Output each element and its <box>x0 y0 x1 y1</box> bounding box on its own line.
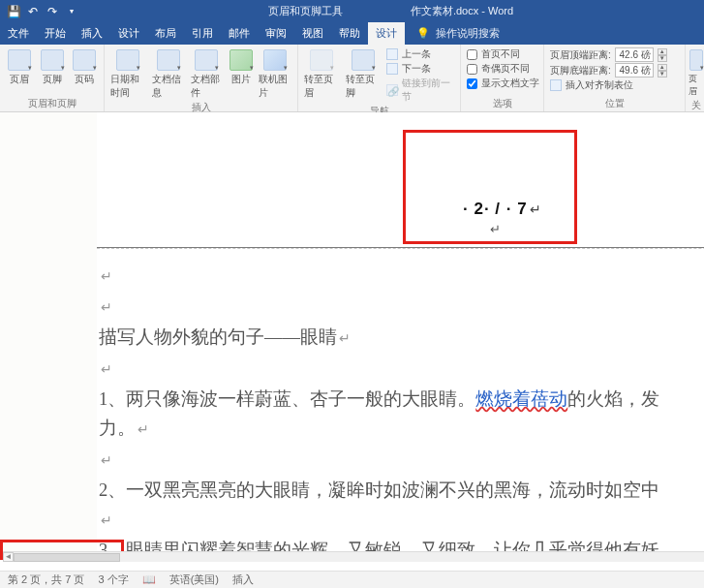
link-icon: 🔗 <box>386 84 398 96</box>
next-section-button[interactable]: 下一条 <box>386 62 454 76</box>
spin-down-icon[interactable]: ▼ <box>658 71 667 77</box>
return-mark-icon: ↵ <box>530 201 542 217</box>
ribbon: 页眉 页脚 页码 页眉和页脚 日期和时间 文档信息 文档部件 图片 联机图片 插… <box>0 45 704 112</box>
tab-insert[interactable]: 插入 <box>74 22 110 45</box>
tab-references[interactable]: 引用 <box>184 22 221 45</box>
tell-me-search[interactable]: 💡 操作说明搜索 <box>416 22 500 45</box>
page[interactable]: · 2· / · 7↵ ↵ ↵ ↵ 描写人物外貌的句子——眼睛↵ ↵ 1、两只像… <box>97 112 704 560</box>
spin-up-icon[interactable]: ▲ <box>658 48 667 55</box>
online-pictures-button[interactable]: 联机图片 <box>259 47 291 100</box>
group-navigation: 转至页眉 转至页脚 上一条 下一条 🔗链接到前一节 导航 <box>298 45 461 111</box>
group-position: 页眉顶端距离: 42.6 磅 ▲▼ 页脚底端距离: 49.6 磅 ▲▼ 插入对齐… <box>544 45 686 111</box>
different-first-page-checkbox[interactable]: 首页不同 <box>467 47 539 61</box>
ribbon-tabs: 文件 开始 插入 设计 布局 引用 邮件 审阅 视图 帮助 设计 💡 操作说明搜… <box>0 22 704 45</box>
page-indicator[interactable]: 第 2 页，共 7 页 <box>8 573 84 587</box>
document-info-button[interactable]: 文档信息 <box>152 47 185 100</box>
return-mark-icon: ↵ <box>101 300 112 315</box>
header-distance-label: 页眉顶端距离: <box>550 48 611 62</box>
show-document-text-checkbox[interactable]: 显示文档文字 <box>467 77 539 90</box>
undo-icon[interactable]: ↶ <box>27 6 39 17</box>
document-area[interactable]: · 2· / · 7↵ ↵ ↵ ↵ 描写人物外貌的句子——眼睛↵ ↵ 1、两只像… <box>0 112 704 560</box>
tab-file[interactable]: 文件 <box>0 22 37 45</box>
header-button[interactable]: 页眉 <box>6 47 33 96</box>
date-time-button[interactable]: 日期和时间 <box>110 47 146 100</box>
footer-button[interactable]: 页脚 <box>39 47 66 96</box>
group-insert: 日期和时间 文档信息 文档部件 图片 联机图片 插入 <box>105 45 298 111</box>
spin-up-icon[interactable]: ▲ <box>658 64 667 71</box>
title-bar: 💾 ↶ ↷ ▾ 页眉和页脚工具 作文素材.docx - Word <box>0 0 704 22</box>
document-body[interactable]: ↵ ↵ 描写人物外貌的句子——眼睛↵ ↵ 1、两只像海波一样蔚蓝、杏子一般的大眼… <box>97 248 704 560</box>
redo-icon[interactable]: ↷ <box>46 6 58 17</box>
language-indicator[interactable]: 英语(美国) <box>169 573 219 587</box>
return-mark-icon: ↵ <box>101 513 112 528</box>
return-mark-icon: ↵ <box>101 453 112 468</box>
paragraph[interactable]: 力。↵ <box>99 414 704 445</box>
tab-help[interactable]: 帮助 <box>331 22 368 45</box>
goto-footer-button[interactable]: 转至页脚 <box>346 47 382 104</box>
group-close: 页眉 关 <box>686 45 703 111</box>
tab-home[interactable]: 开始 <box>37 22 74 45</box>
page-break-indicator <box>97 248 704 249</box>
quick-parts-button[interactable]: 文档部件 <box>191 47 224 100</box>
horizontal-scrollbar[interactable]: ◄ <box>3 551 704 562</box>
spin-down-icon[interactable]: ▼ <box>658 55 667 62</box>
status-bar: 第 2 页，共 7 页 3 个字 📖 英语(美国) 插入 <box>0 571 704 588</box>
scroll-thumb[interactable] <box>14 553 120 562</box>
group-label: 关 <box>689 98 703 112</box>
return-mark-icon: ↵ <box>490 222 501 236</box>
paragraph[interactable]: 描写人物外貌的句子——眼睛↵ <box>99 323 704 354</box>
footer-from-bottom[interactable]: 页脚底端距离: 49.6 磅 ▲▼ <box>550 63 667 77</box>
return-mark-icon: ↵ <box>101 362 112 377</box>
group-header-footer: 页眉 页脚 页码 页眉和页脚 <box>0 45 105 111</box>
link-to-previous-button[interactable]: 🔗链接到前一节 <box>386 77 454 104</box>
quick-access-toolbar: 💾 ↶ ↷ ▾ <box>0 6 77 17</box>
group-label: 位置 <box>550 96 679 110</box>
tell-me-label: 操作说明搜索 <box>436 26 500 41</box>
footer-distance-value[interactable]: 49.6 磅 <box>615 63 654 77</box>
paragraph[interactable]: 1、两只像海波一样蔚蓝、杏子一般的大眼睛。燃烧着蓓动的火焰，发 <box>99 385 704 414</box>
tab-mailings[interactable]: 邮件 <box>221 22 258 45</box>
insert-alignment-tab-button[interactable]: 插入对齐制表位 <box>550 78 667 92</box>
picture-button[interactable]: 图片 <box>229 47 253 100</box>
spellcheck-icon[interactable]: 📖 <box>142 573 156 586</box>
tab-view[interactable]: 视图 <box>294 22 331 45</box>
qat-customize-icon[interactable]: ▾ <box>66 6 77 17</box>
word-count[interactable]: 3 个字 <box>98 573 128 587</box>
insert-mode[interactable]: 插入 <box>232 573 254 587</box>
return-mark-icon: ↵ <box>101 269 112 284</box>
group-label: 页眉和页脚 <box>6 96 98 110</box>
close-header-footer-button[interactable]: 页眉 <box>689 47 703 98</box>
scroll-left-icon[interactable]: ◄ <box>3 552 14 562</box>
tab-layout[interactable]: 布局 <box>147 22 184 45</box>
group-label: 选项 <box>467 96 537 110</box>
spelling-error[interactable]: 燃烧着蓓动 <box>475 389 567 409</box>
previous-section-button[interactable]: 上一条 <box>386 47 454 61</box>
goto-header-button[interactable]: 转至页眉 <box>304 47 340 104</box>
tab-design0[interactable]: 设计 <box>110 22 147 45</box>
contextual-tab-title: 页眉和页脚工具 <box>268 4 343 18</box>
lightbulb-icon: 💡 <box>416 27 430 40</box>
document-title: 作文素材.docx - Word <box>411 4 513 18</box>
header-page-number[interactable]: · 2· / · 7↵ <box>463 200 542 219</box>
page-number-button[interactable]: 页码 <box>71 47 98 96</box>
header-from-top[interactable]: 页眉顶端距离: 42.6 磅 ▲▼ <box>550 47 667 62</box>
tab-review[interactable]: 审阅 <box>258 22 294 45</box>
scroll-track[interactable] <box>14 553 704 562</box>
header-distance-value[interactable]: 42.6 磅 <box>615 47 654 62</box>
footer-distance-label: 页脚底端距离: <box>550 64 611 77</box>
paragraph[interactable]: 2、一双黑亮黑亮的大眼睛，凝眸时如波澜不兴的黑海，流动时如空中 <box>99 476 704 505</box>
group-options: 首页不同 奇偶页不同 显示文档文字 选项 <box>461 45 544 111</box>
different-odd-even-checkbox[interactable]: 奇偶页不同 <box>467 62 539 76</box>
save-icon[interactable]: 💾 <box>8 6 19 17</box>
page-header-region[interactable]: · 2· / · 7↵ ↵ <box>97 112 704 248</box>
tab-header-footer-design[interactable]: 设计 <box>368 22 405 45</box>
